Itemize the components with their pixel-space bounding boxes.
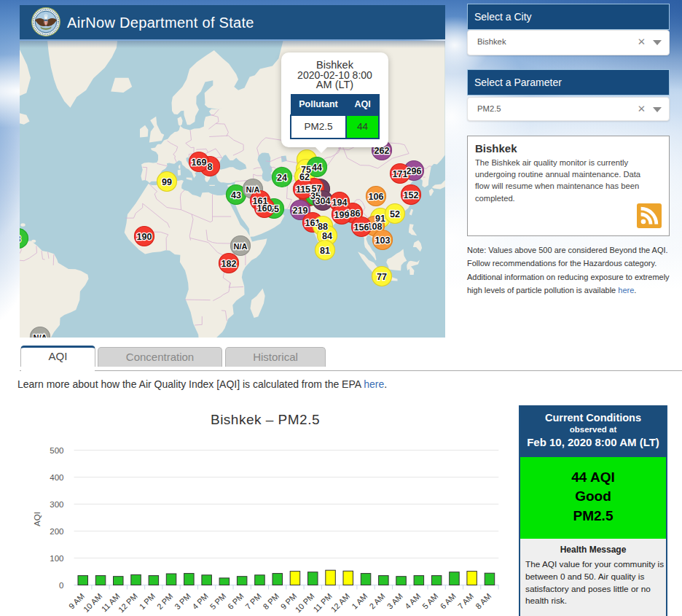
svg-text:62: 62 xyxy=(299,172,310,182)
svg-text:N/A: N/A xyxy=(34,333,47,338)
svg-text:190: 190 xyxy=(137,232,152,242)
svg-text:84: 84 xyxy=(322,231,332,241)
svg-text:12 PM: 12 PM xyxy=(117,591,139,614)
svg-text:5 PM: 5 PM xyxy=(208,591,228,611)
svg-text:100: 100 xyxy=(50,554,63,563)
svg-text:2 AM: 2 AM xyxy=(367,591,386,610)
svg-text:81: 81 xyxy=(320,246,330,256)
svg-text:500: 500 xyxy=(50,446,63,455)
svg-text:77: 77 xyxy=(377,272,387,282)
svg-text:N/A: N/A xyxy=(246,185,260,194)
svg-text:296: 296 xyxy=(407,166,422,176)
svg-text:3 AM: 3 AM xyxy=(385,591,404,610)
svg-text:5 AM: 5 AM xyxy=(420,591,439,610)
svg-text:88: 88 xyxy=(318,222,328,232)
svg-text:6 PM: 6 PM xyxy=(226,591,246,611)
svg-text:N/A: N/A xyxy=(234,242,248,251)
svg-text:156: 156 xyxy=(354,222,369,233)
svg-text:194: 194 xyxy=(332,198,348,208)
svg-text:3 PM: 3 PM xyxy=(173,591,192,611)
svg-text:Bishkek – PM2.5: Bishkek – PM2.5 xyxy=(211,412,320,427)
svg-text:12 AM: 12 AM xyxy=(329,591,352,614)
svg-text:1 AM: 1 AM xyxy=(350,591,369,610)
svg-text:169: 169 xyxy=(192,157,207,168)
svg-text:43: 43 xyxy=(231,190,241,200)
svg-text:108: 108 xyxy=(367,222,383,232)
svg-text:AQI: AQI xyxy=(33,512,42,526)
svg-text:115: 115 xyxy=(296,184,310,195)
svg-text:7 PM: 7 PM xyxy=(243,591,263,611)
svg-text:103: 103 xyxy=(375,235,391,246)
svg-text:8: 8 xyxy=(20,234,21,244)
svg-text:2 PM: 2 PM xyxy=(155,591,175,611)
svg-text:10 PM: 10 PM xyxy=(294,591,316,614)
svg-text:7 AM: 7 AM xyxy=(456,591,475,610)
svg-text:24: 24 xyxy=(277,173,287,183)
svg-text:1 PM: 1 PM xyxy=(138,591,157,611)
svg-text:106: 106 xyxy=(369,192,384,202)
svg-text:160: 160 xyxy=(257,203,273,214)
svg-text:4 PM: 4 PM xyxy=(190,591,210,611)
svg-text:8 AM: 8 AM xyxy=(474,591,493,610)
svg-text:52: 52 xyxy=(390,209,400,219)
svg-text:44: 44 xyxy=(312,163,322,173)
svg-text:300: 300 xyxy=(50,500,63,509)
svg-text:219: 219 xyxy=(293,206,308,216)
svg-text:11 PM: 11 PM xyxy=(312,591,334,613)
svg-text:4 AM: 4 AM xyxy=(403,591,422,610)
svg-text:152: 152 xyxy=(404,190,419,200)
svg-text:10 AM: 10 AM xyxy=(82,591,104,614)
svg-text:8: 8 xyxy=(208,162,213,172)
svg-text:99: 99 xyxy=(162,177,172,187)
svg-text:182: 182 xyxy=(222,259,237,269)
svg-text:304: 304 xyxy=(315,196,331,206)
svg-text:8 PM: 8 PM xyxy=(261,591,281,611)
svg-text:199: 199 xyxy=(334,210,350,220)
svg-text:400: 400 xyxy=(50,473,63,482)
svg-text:200: 200 xyxy=(50,527,63,536)
svg-text:171: 171 xyxy=(393,169,408,179)
svg-text:0: 0 xyxy=(59,581,63,590)
svg-text:6 AM: 6 AM xyxy=(439,591,458,610)
